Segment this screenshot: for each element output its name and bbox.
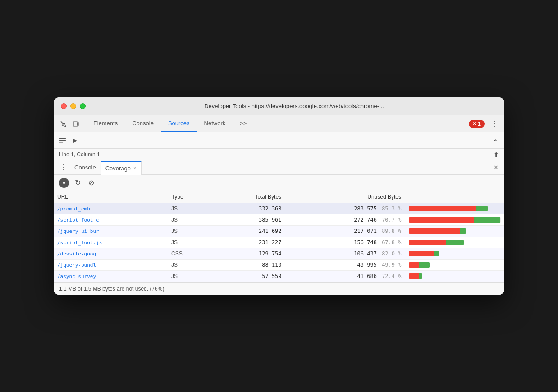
col-url: URL (54, 191, 168, 203)
used-bar (434, 251, 439, 256)
table-row[interactable]: /prompt_emb JS 332 368 283 575 85.3 % (54, 203, 504, 214)
error-count: 1 (478, 121, 481, 127)
inspect-icon[interactable] (57, 118, 70, 130)
cell-type: JS (168, 260, 210, 271)
cell-type: JS (168, 271, 210, 282)
devtools-tab-bar: Elements Console Sources Network >> ✕ 1 … (54, 115, 504, 132)
used-bar (474, 217, 501, 223)
tab-console[interactable]: Console (125, 115, 161, 132)
usage-bar (409, 240, 464, 245)
cell-url[interactable]: /async_survey (54, 271, 168, 282)
title-bar: Developer Tools - https://developers.goo… (54, 97, 504, 115)
usage-bar (409, 262, 430, 268)
cell-total-bytes: 88 113 (210, 260, 285, 271)
toggle-sidebar-icon[interactable] (57, 135, 68, 146)
more-options-button[interactable]: ⋮ (488, 118, 501, 130)
cell-bar (405, 214, 504, 226)
table-row[interactable]: /jquery_ui-bur JS 241 692 217 071 89.8 % (54, 226, 504, 237)
cell-type: JS (168, 226, 210, 237)
device-icon[interactable] (70, 118, 82, 130)
status-footer: 1.1 MB of 1.5 MB bytes are not used. (76… (54, 282, 504, 295)
close-coverage-tab[interactable]: × (133, 165, 136, 171)
cell-total-bytes: 241 692 (210, 226, 285, 237)
col-unused-bytes: Unused Bytes (285, 191, 405, 203)
coverage-panel: ⋮ Console Coverage × × ● ↻ ⊘ URL Type T (54, 160, 504, 295)
breadcrumb-inputs: ··· (82, 137, 488, 144)
cell-type: JS (168, 214, 210, 226)
cell-bar (405, 203, 504, 214)
error-icon: ✕ (472, 121, 476, 126)
unused-bar (409, 206, 476, 211)
unused-bar (409, 251, 434, 256)
cell-bar (405, 248, 504, 260)
table-header: URL Type Total Bytes Unused Bytes (54, 191, 504, 203)
col-bar (405, 191, 504, 203)
expand-icon[interactable] (490, 135, 501, 146)
cell-total-bytes: 385 961 (210, 214, 285, 226)
tab-network[interactable]: Network (197, 115, 233, 132)
cell-total-bytes: 231 227 (210, 237, 285, 248)
traffic-lights (61, 103, 86, 109)
used-bar (446, 240, 463, 245)
tab-more[interactable]: >> (233, 115, 254, 132)
refresh-button[interactable]: ↻ (73, 178, 82, 188)
unused-bar (409, 273, 419, 279)
sources-sub-toolbar: ▶ ··· (54, 132, 504, 149)
line-info-bar: Line 1, Column 1 ⬆ (54, 149, 504, 160)
record-button[interactable]: ● (59, 178, 69, 188)
svg-rect-1 (78, 123, 79, 125)
devtools-tabs: Elements Console Sources Network >> (86, 115, 469, 132)
cell-url[interactable]: /jquery_ui-bur (54, 226, 168, 237)
close-button[interactable] (61, 103, 67, 109)
line-column-info: Line 1, Column 1 (59, 151, 100, 158)
used-bar (476, 206, 488, 211)
tab-sources[interactable]: Sources (161, 115, 197, 132)
cell-unused-bytes: 43 995 49.9 % (285, 260, 405, 271)
cell-url[interactable]: /jquery-bundl (54, 260, 168, 271)
cell-url[interactable]: /prompt_emb (54, 203, 168, 214)
coverage-summary: 1.1 MB of 1.5 MB bytes are not used. (76… (59, 286, 164, 292)
cell-total-bytes: 129 754 (210, 248, 285, 260)
table-row[interactable]: /jquery-bundl JS 88 113 43 995 49.9 % (54, 260, 504, 271)
coverage-table-body: /prompt_emb JS 332 368 283 575 85.3 % /s… (54, 203, 504, 282)
used-bar (419, 262, 430, 268)
cell-url[interactable]: /script_foot.js (54, 237, 168, 248)
used-bar (419, 273, 422, 279)
cell-type: CSS (168, 248, 210, 260)
tab-elements[interactable]: Elements (86, 115, 125, 132)
minimize-button[interactable] (70, 103, 76, 109)
svg-rect-4 (59, 142, 63, 143)
clear-button[interactable]: ⊘ (86, 178, 96, 188)
used-bar (460, 228, 466, 234)
svg-rect-3 (59, 140, 66, 141)
window-title: Developer Tools - https://developers.goo… (91, 103, 497, 109)
cell-bar (405, 237, 504, 248)
unused-bar (409, 240, 446, 245)
table-row[interactable]: /script_foot_c JS 385 961 272 746 70.7 % (54, 214, 504, 226)
cell-url[interactable]: /devsite-goog (54, 248, 168, 260)
col-type: Type (168, 191, 210, 203)
table-row[interactable]: /devsite-goog CSS 129 754 106 437 82.0 % (54, 248, 504, 260)
usage-bar (409, 217, 501, 223)
play-icon[interactable]: ▶ (70, 135, 81, 146)
cell-unused-bytes: 217 071 89.8 % (285, 226, 405, 237)
format-icon[interactable]: ⬆ (494, 151, 499, 158)
tab-coverage[interactable]: Coverage × (101, 161, 142, 175)
close-panel-button[interactable]: × (491, 164, 501, 172)
svg-rect-2 (59, 138, 66, 139)
unused-bar (409, 217, 474, 223)
col-total-bytes: Total Bytes (210, 191, 285, 203)
devtools-window: Developer Tools - https://developers.goo… (54, 97, 504, 295)
maximize-button[interactable] (80, 103, 86, 109)
cell-unused-bytes: 272 746 70.7 % (285, 214, 405, 226)
table-row[interactable]: /async_survey JS 57 559 41 686 72.4 % (54, 271, 504, 282)
usage-bar (409, 251, 440, 256)
usage-bar (409, 206, 488, 211)
tab-console-drawer[interactable]: Console (70, 160, 101, 174)
table-row[interactable]: /script_foot.js JS 231 227 156 748 67.8 … (54, 237, 504, 248)
panel-menu-button[interactable]: ⋮ (57, 163, 70, 172)
cell-bar (405, 260, 504, 271)
cell-url[interactable]: /script_foot_c (54, 214, 168, 226)
error-badge[interactable]: ✕ 1 (469, 120, 485, 128)
coverage-toolbar: ● ↻ ⊘ (54, 175, 504, 191)
